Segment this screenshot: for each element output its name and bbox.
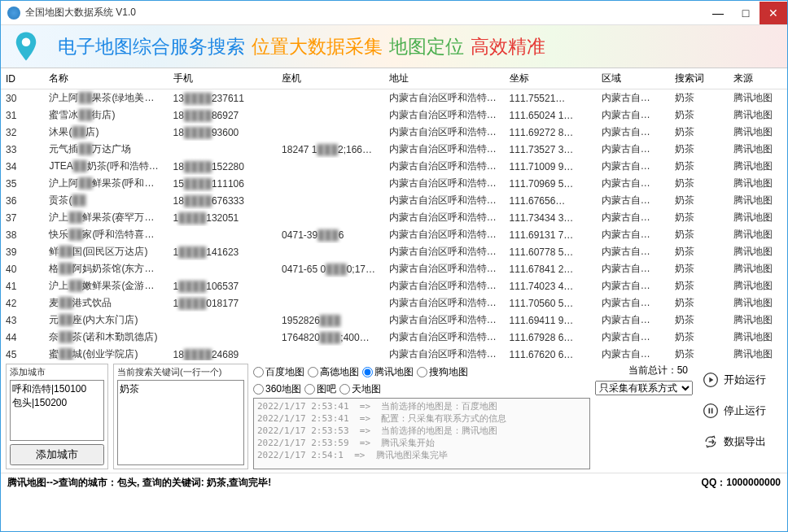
table-row[interactable]: 36贡茶(██18████676333内蒙古自治区呼和浩特…111.67656……: [1, 192, 787, 209]
col-kw[interactable]: 搜索词: [670, 68, 729, 89]
count-row: 当前总计：50: [595, 364, 693, 377]
table-row[interactable]: 38快乐██家(呼和浩特喜悦…0471-39███6内蒙古自治区呼和浩特…111…: [1, 226, 787, 243]
col-addr[interactable]: 地址: [384, 68, 505, 89]
svg-point-2: [704, 404, 718, 418]
radio-tianditu[interactable]: 天地图: [339, 382, 381, 396]
status-right: QQ：1000000000: [702, 476, 781, 490]
play-icon: [703, 372, 719, 388]
city-textarea[interactable]: 呼和浩特|150100 包头|150200: [10, 380, 104, 441]
table-row[interactable]: 32沐果(██店)18████93600内蒙古自治区呼和浩特…111.69272…: [1, 124, 787, 141]
stop-button[interactable]: 停止运行: [699, 398, 781, 424]
radio-gaode[interactable]: 高德地图: [308, 365, 359, 379]
start-button[interactable]: 开始运行: [699, 367, 781, 393]
data-table-area[interactable]: ID 名称 手机 座机 地址 坐标 区域 搜索词 来源 30沪上阿██果茶(绿地…: [1, 68, 787, 360]
radio-baidu[interactable]: 百度地图: [253, 365, 304, 379]
table-row[interactable]: 39鲜██国(回民区万达店)1████141623内蒙古自治区呼和浩特…111.…: [1, 243, 787, 260]
banner-text-2: 位置大数据采集: [252, 34, 383, 59]
app-icon: [7, 7, 20, 20]
filter-select[interactable]: 只采集有联系方式: [595, 381, 693, 395]
table-row[interactable]: 37沪上██鲜果茶(赛罕万…1████132051内蒙古自治区呼和浩特…111.…: [1, 209, 787, 226]
radio-tuba[interactable]: 图吧: [304, 382, 336, 396]
log-output: 2022/1/17 2:53:41 => 当前选择的地图是：百度地图 2022/…: [253, 398, 590, 469]
banner-text-4: 高效精准: [471, 34, 545, 59]
window-title: 全国地图大数据系统 V1.0: [25, 6, 704, 20]
status-left: 腾讯地图-->查询的城市：包头, 查询的关键词: 奶茶,查询完毕!: [7, 476, 271, 490]
data-table: ID 名称 手机 座机 地址 坐标 区域 搜索词 来源 30沪上阿██果茶(绿地…: [1, 68, 787, 360]
minimize-button[interactable]: —: [704, 2, 732, 24]
pin-icon: [9, 29, 43, 63]
svg-rect-3: [709, 408, 711, 414]
radio-tengxun[interactable]: 腾讯地图: [362, 365, 414, 379]
pause-icon: [703, 403, 719, 419]
panel-city-title: 添加城市: [10, 366, 104, 378]
panel-kw-title: 当前搜索关键词(一行一个): [117, 366, 244, 378]
col-name[interactable]: 名称: [44, 68, 168, 89]
table-row[interactable]: 42麦██港式饮品1████018177内蒙古自治区呼和浩特…111.70560…: [1, 294, 787, 312]
radio-360[interactable]: 360地图: [253, 382, 301, 396]
maximize-button[interactable]: □: [732, 2, 760, 24]
add-city-button[interactable]: 添加城市: [10, 444, 104, 465]
banner: 电子地图综合服务搜索 位置大数据采集 地图定位 高效精准: [1, 25, 787, 68]
col-phone[interactable]: 座机: [277, 68, 384, 89]
panel-keyword: 当前搜索关键词(一行一个) 奶茶: [113, 364, 248, 469]
action-panel: 开始运行 停止运行 数据导出: [698, 364, 782, 469]
keyword-textarea[interactable]: 奶茶: [117, 380, 244, 465]
table-row[interactable]: 34JTEA██奶茶(呼和浩特…18████152280内蒙古自治区呼和浩特…1…: [1, 158, 787, 175]
col-mobile[interactable]: 手机: [169, 68, 278, 89]
table-row[interactable]: 31蜜雪冰██街店)18████86927内蒙古自治区呼和浩特…111.6502…: [1, 107, 787, 124]
close-button[interactable]: ✕: [760, 2, 787, 24]
col-coord[interactable]: 坐标: [505, 68, 597, 89]
svg-point-0: [22, 38, 31, 47]
table-row[interactable]: 45蜜██城(创业学院店)18████24689内蒙古自治区呼和浩特…111.6…: [1, 346, 787, 360]
export-icon: [703, 434, 719, 450]
col-region[interactable]: 区域: [597, 68, 670, 89]
table-row[interactable]: 35沪上阿██鲜果茶(呼和浩特…15████111106内蒙古自治区呼和浩特…1…: [1, 175, 787, 192]
panel-city: 添加城市 呼和浩特|150100 包头|150200 添加城市: [6, 364, 108, 469]
table-row[interactable]: 44奈██茶(诺和木勤凯德店)1764820███;400…内蒙古自治区呼和浩特…: [1, 329, 787, 346]
col-src[interactable]: 来源: [729, 68, 787, 89]
table-row[interactable]: 40格██阿妈奶茶馆(东方…0471-65 0███0;17…内蒙古自治区呼和浩…: [1, 260, 787, 277]
export-button[interactable]: 数据导出: [699, 429, 781, 455]
statusbar: 腾讯地图-->查询的城市：包头, 查询的关键词: 奶茶,查询完毕! QQ：100…: [1, 473, 787, 492]
radio-sogou[interactable]: 搜狗地图: [417, 365, 468, 379]
table-row[interactable]: 30沪上阿██果茶(绿地美…13████237611内蒙古自治区呼和浩特…111…: [1, 89, 787, 107]
table-row[interactable]: 41沪上██嫩鲜果茶(金游城店)1████106537内蒙古自治区呼和浩特…11…: [1, 277, 787, 294]
banner-text-3: 地图定位: [389, 34, 464, 59]
table-row[interactable]: 33元气插██万达广场18247 1███2;166…内蒙古自治区呼和浩特…11…: [1, 141, 787, 158]
mid-panel: 百度地图 高德地图 腾讯地图 搜狗地图 360地图 图吧 天地图 2022/1/…: [253, 364, 590, 469]
right-column: 当前总计：50 只采集有联系方式: [595, 364, 693, 469]
controls: 添加城市 呼和浩特|150100 包头|150200 添加城市 当前搜索关键词(…: [1, 360, 787, 473]
banner-text-1: 电子地图综合服务搜索: [58, 34, 245, 59]
titlebar: 全国地图大数据系统 V1.0 — □ ✕: [1, 1, 787, 25]
svg-rect-4: [711, 408, 713, 414]
table-row[interactable]: 43元██座(内大东门店)1952826███内蒙古自治区呼和浩特…111.69…: [1, 312, 787, 329]
col-id[interactable]: ID: [1, 68, 44, 89]
